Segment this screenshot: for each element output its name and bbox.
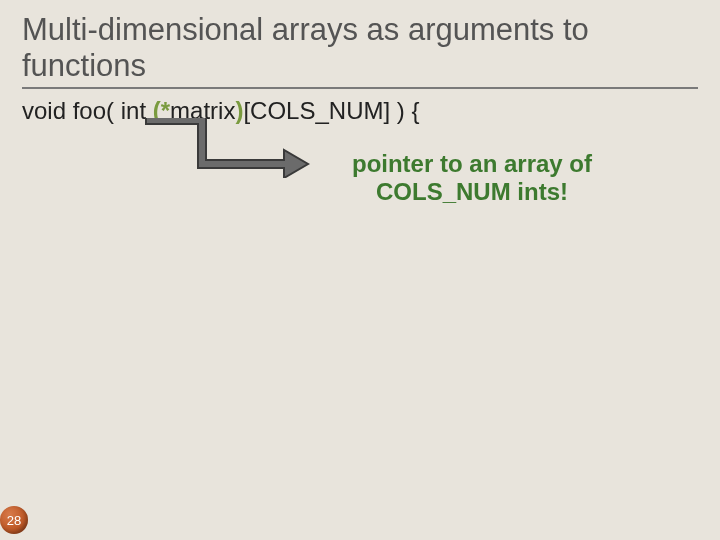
page-number: 28 — [7, 513, 21, 528]
code-pre: void foo( int — [22, 97, 153, 124]
page-number-badge: 28 — [0, 506, 28, 534]
annotation-text: pointer to an array of COLS_NUM ints! — [312, 150, 632, 205]
arrow-icon — [144, 118, 310, 178]
slide: Multi-dimensional arrays as arguments to… — [0, 0, 720, 540]
code-snippet: void foo( int (*matrix)[COLS_NUM] ) { — [22, 97, 698, 125]
pointer-arrow — [144, 118, 310, 178]
slide-title: Multi-dimensional arrays as arguments to… — [22, 12, 698, 89]
annotation-line-2: COLS_NUM ints! — [376, 178, 568, 205]
annotation-line-1: pointer to an array of — [352, 150, 592, 177]
